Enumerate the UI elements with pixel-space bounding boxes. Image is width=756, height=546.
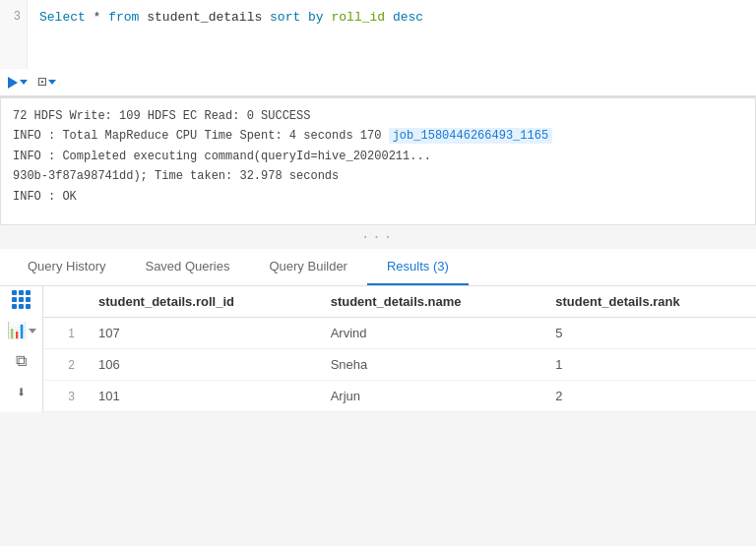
run-button[interactable] (8, 77, 28, 89)
col-header-num (43, 286, 83, 318)
tab-saved-queries[interactable]: Saved Queries (125, 249, 249, 285)
sql-keyword-select: Select (39, 10, 86, 25)
line-number-3: 3 (6, 8, 21, 27)
cell-row-num: 1 (43, 318, 83, 349)
grid-dot (19, 290, 24, 295)
editor-toolbar: ⊡ (0, 69, 756, 96)
cell-roll_id: 106 (83, 349, 315, 381)
sql-keyword-sortby: sort by (270, 10, 324, 25)
explain-icon: ⊡ (37, 73, 46, 91)
log-line-3: INFO : Completed executing command(query… (13, 147, 743, 166)
cell-row-num: 2 (43, 349, 83, 381)
run-dropdown-arrow[interactable] (20, 80, 28, 85)
log-line-1: 72 HDFS Write: 109 HDFS EC Read: 0 SUCCE… (13, 106, 743, 126)
tabs-bar: Query History Saved Queries Query Builde… (0, 249, 756, 286)
bar-chart-button[interactable]: 📊 (7, 321, 36, 340)
sql-star: * (86, 10, 108, 25)
table-row: 2 106 Sneha 1 (43, 349, 756, 381)
grid-dot (26, 297, 31, 302)
log-section: 72 HDFS Write: 109 HDFS EC Read: 0 SUCCE… (0, 97, 756, 225)
col-header-name: student_details.name (315, 286, 540, 318)
log-line-5: INFO : OK (13, 187, 743, 207)
explain-button[interactable]: ⊡ (37, 73, 56, 91)
cell-rank: 2 (539, 381, 756, 412)
cell-roll_id: 107 (83, 318, 315, 349)
sql-keyword-from: from (108, 10, 139, 25)
cell-roll_id: 101 (83, 381, 315, 412)
table-body: 1 107 Arvind 5 2 106 Sneha 1 3 101 Arjun… (43, 318, 756, 412)
table-row: 1 107 Arvind 5 (43, 318, 756, 349)
results-table-container: student_details.roll_id student_details.… (43, 286, 756, 412)
grid-dot (26, 304, 31, 309)
editor-section: 3 Select * from student_details sort by … (0, 0, 756, 97)
cell-name: Arvind (315, 318, 540, 349)
tab-results[interactable]: Results (3) (367, 249, 469, 285)
copy-icon: ⧉ (16, 352, 27, 371)
cell-rank: 5 (539, 318, 756, 349)
sql-keyword-desc: desc (385, 10, 423, 25)
grid-dot (12, 297, 17, 302)
line-numbers: 3 (0, 0, 28, 69)
results-main: 📊 ⧉ ⬇ student_details.roll_id student_de… (0, 286, 756, 412)
job-link[interactable]: job_1580446266493_1165 (389, 128, 552, 144)
grid-view-button[interactable] (12, 290, 31, 309)
bar-chart-icon: 📊 (7, 321, 27, 340)
table-row: 3 101 Arjun 2 (43, 381, 756, 412)
log-line-4: 930b-3f87a98741dd); Time taken: 32.978 s… (13, 166, 743, 186)
col-header-rank: student_details.rank (539, 286, 756, 318)
run-icon (8, 77, 18, 89)
cell-name: Arjun (315, 381, 540, 412)
sql-editor[interactable]: Select * from student_details sort by ro… (28, 0, 756, 69)
explain-dropdown-arrow[interactable] (48, 80, 56, 85)
results-section: 📊 ⧉ ⬇ student_details.roll_id student_de… (0, 286, 756, 412)
tab-query-builder[interactable]: Query Builder (249, 249, 366, 285)
chart-dropdown-arrow[interactable] (29, 329, 36, 334)
side-toolbar: 📊 ⧉ ⬇ (0, 286, 43, 412)
section-divider: ··· (0, 225, 756, 249)
results-table: student_details.roll_id student_details.… (43, 286, 756, 412)
sql-column-name: roll_id (324, 10, 385, 25)
sql-table-name: student_details (139, 10, 270, 25)
grid-dot (19, 304, 24, 309)
cell-row-num: 3 (43, 381, 83, 412)
grid-dot (12, 290, 17, 295)
download-button[interactable]: ⬇ (17, 383, 27, 402)
cell-rank: 1 (539, 349, 756, 381)
download-icon: ⬇ (17, 383, 27, 402)
log-line-2: INFO : Total MapReduce CPU Time Spent: 4… (13, 126, 743, 146)
grid-dot (26, 290, 31, 295)
copy-button[interactable]: ⧉ (16, 352, 27, 371)
tab-query-history[interactable]: Query History (8, 249, 125, 285)
table-header-row: student_details.roll_id student_details.… (43, 286, 756, 318)
grid-dot (19, 297, 24, 302)
grid-dot (12, 304, 17, 309)
cell-name: Sneha (315, 349, 540, 381)
col-header-roll_id: student_details.roll_id (83, 286, 315, 318)
